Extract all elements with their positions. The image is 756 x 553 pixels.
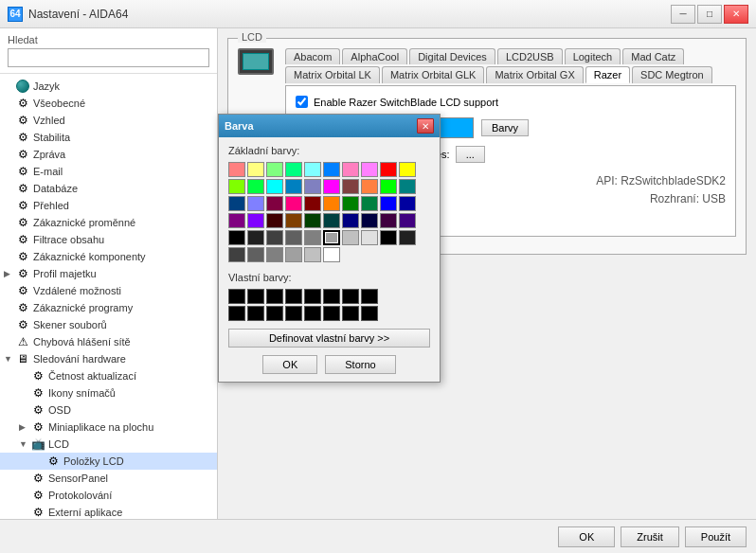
- basic-color-cell-22[interactable]: [266, 196, 283, 211]
- basic-color-cell-21[interactable]: [247, 196, 264, 211]
- custom-color-cell-12[interactable]: [304, 306, 321, 321]
- basic-color-cell-29[interactable]: [399, 196, 416, 211]
- basic-color-cell-38[interactable]: [380, 213, 397, 228]
- dialog-body: Základní barvy: Vlastní barvy: Definovat…: [219, 137, 440, 382]
- basic-color-cell-35[interactable]: [323, 213, 340, 228]
- basic-color-cell-31[interactable]: [247, 213, 264, 228]
- basic-color-cell-12[interactable]: [266, 179, 283, 194]
- dialog-close-button[interactable]: ✕: [417, 118, 434, 134]
- basic-color-cell-49[interactable]: [399, 230, 416, 245]
- basic-color-cell-6[interactable]: [342, 162, 359, 177]
- basic-color-cell-2[interactable]: [266, 162, 283, 177]
- basic-color-cell-19[interactable]: [399, 179, 416, 194]
- basic-color-cell-45[interactable]: [323, 230, 340, 245]
- basic-colors-label: Základní barvy:: [228, 145, 430, 156]
- basic-color-cell-26[interactable]: [342, 196, 359, 211]
- basic-color-cell-43[interactable]: [285, 230, 302, 245]
- basic-color-cell-25[interactable]: [323, 196, 340, 211]
- custom-color-cell-6[interactable]: [342, 289, 359, 304]
- app-window: 64 Nastavení - AIDA64 ─ □ ✕ Hledat Jazyk: [0, 0, 756, 553]
- basic-color-cell-7[interactable]: [361, 162, 378, 177]
- basic-color-cell-39[interactable]: [399, 213, 416, 228]
- basic-color-cell-18[interactable]: [380, 179, 397, 194]
- custom-colors-label: Vlastní barvy:: [228, 272, 430, 283]
- basic-color-cell-28[interactable]: [380, 196, 397, 211]
- basic-color-cell-40[interactable]: [228, 230, 245, 245]
- dialog-cancel-button[interactable]: Storno: [325, 355, 395, 374]
- basic-color-cell-55[interactable]: [323, 247, 340, 262]
- basic-color-cell-3[interactable]: [285, 162, 302, 177]
- basic-color-cell-27[interactable]: [361, 196, 378, 211]
- basic-color-cell-24[interactable]: [304, 196, 321, 211]
- basic-color-cell-23[interactable]: [285, 196, 302, 211]
- custom-color-cell-9[interactable]: [247, 306, 264, 321]
- basic-color-cell-11[interactable]: [247, 179, 264, 194]
- basic-color-cell-42[interactable]: [266, 230, 283, 245]
- dialog-buttons: OK Storno: [228, 355, 430, 374]
- basic-color-cell-20[interactable]: [228, 196, 245, 211]
- basic-color-cell-36[interactable]: [342, 213, 359, 228]
- basic-color-cell-52[interactable]: [266, 247, 283, 262]
- custom-color-cell-1[interactable]: [247, 289, 264, 304]
- custom-color-cell-14[interactable]: [342, 306, 359, 321]
- custom-color-cell-5[interactable]: [323, 289, 340, 304]
- define-custom-colors-button[interactable]: Definovat vlastní barvy >>: [228, 329, 430, 348]
- dialog-ok-button[interactable]: OK: [262, 355, 317, 374]
- dialog-titlebar: Barva ✕: [219, 115, 440, 137]
- custom-color-cell-2[interactable]: [266, 289, 283, 304]
- custom-color-cell-7[interactable]: [361, 289, 378, 304]
- basic-color-cell-47[interactable]: [361, 230, 378, 245]
- basic-color-cell-13[interactable]: [285, 179, 302, 194]
- basic-color-grid: [228, 162, 430, 262]
- custom-color-cell-10[interactable]: [266, 306, 283, 321]
- basic-color-cell-51[interactable]: [247, 247, 264, 262]
- basic-color-cell-14[interactable]: [304, 179, 321, 194]
- basic-color-cell-17[interactable]: [361, 179, 378, 194]
- basic-color-cell-4[interactable]: [304, 162, 321, 177]
- basic-color-cell-10[interactable]: [228, 179, 245, 194]
- custom-color-cell-4[interactable]: [304, 289, 321, 304]
- basic-color-cell-15[interactable]: [323, 179, 340, 194]
- basic-color-cell-41[interactable]: [247, 230, 264, 245]
- dialog-overlay: Barva ✕ Základní barvy: Vlastní barvy: D…: [0, 0, 756, 553]
- custom-color-cell-3[interactable]: [285, 289, 302, 304]
- basic-color-cell-5[interactable]: [323, 162, 340, 177]
- basic-color-cell-8[interactable]: [380, 162, 397, 177]
- basic-color-cell-44[interactable]: [304, 230, 321, 245]
- basic-color-cell-46[interactable]: [342, 230, 359, 245]
- basic-color-cell-30[interactable]: [228, 213, 245, 228]
- custom-color-cell-0[interactable]: [228, 289, 245, 304]
- basic-color-cell-54[interactable]: [304, 247, 321, 262]
- basic-color-cell-1[interactable]: [247, 162, 264, 177]
- basic-color-cell-0[interactable]: [228, 162, 245, 177]
- color-dialog: Barva ✕ Základní barvy: Vlastní barvy: D…: [218, 114, 441, 383]
- dialog-title: Barva: [225, 120, 254, 132]
- custom-color-cell-11[interactable]: [285, 306, 302, 321]
- basic-color-cell-48[interactable]: [380, 230, 397, 245]
- basic-color-cell-9[interactable]: [399, 162, 416, 177]
- basic-color-cell-16[interactable]: [342, 179, 359, 194]
- custom-color-cell-8[interactable]: [228, 306, 245, 321]
- custom-color-cell-13[interactable]: [323, 306, 340, 321]
- custom-color-grid: [228, 289, 430, 321]
- basic-color-cell-53[interactable]: [285, 247, 302, 262]
- basic-color-cell-50[interactable]: [228, 247, 245, 262]
- custom-color-cell-15[interactable]: [361, 306, 378, 321]
- basic-color-cell-37[interactable]: [361, 213, 378, 228]
- basic-color-cell-34[interactable]: [304, 213, 321, 228]
- basic-color-cell-33[interactable]: [285, 213, 302, 228]
- basic-color-cell-32[interactable]: [266, 213, 283, 228]
